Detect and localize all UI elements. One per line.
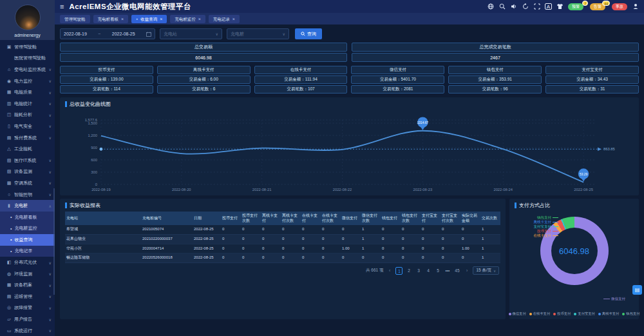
fullscreen-icon[interactable] (533, 3, 540, 10)
sidebar-item-收益查询[interactable]: •收益查询 (0, 234, 55, 246)
avatar[interactable] (15, 5, 41, 30)
tab-管理驾驶舱[interactable]: 管理驾驶舱 (60, 15, 90, 23)
table-row[interactable]: 希望城20210050742022-08-2500000001000001 (65, 225, 500, 234)
sidebar-item-能耗分析[interactable]: ◫能耗分析∨ (0, 110, 55, 121)
donut-center-value: 6046.98 (559, 246, 589, 256)
legend-dot (509, 313, 511, 315)
sidebar-item-用户报告[interactable]: ▱用户报告∨ (0, 313, 55, 325)
page-button-4[interactable]: 4 (424, 267, 431, 275)
sidebar-item-电能质量[interactable]: ▦电能质量∨ (0, 86, 55, 98)
alarm-pill-告警[interactable]: 告警64 (590, 3, 605, 10)
page-button-1[interactable]: 1 (395, 267, 402, 275)
font-size-icon[interactable]: A (545, 3, 552, 10)
bullet-icon: • (10, 249, 12, 253)
sidebar-item-充电记录[interactable]: •充电记录 (0, 246, 55, 257)
table-row[interactable]: 花果山物业202102200000372022-08-2500000001000… (65, 234, 500, 244)
sidebar-item-电力监控[interactable]: ◉电力监控∨ (0, 75, 55, 87)
column-header: 在线卡支付次数 (321, 212, 341, 225)
next-page-button[interactable]: › (463, 267, 470, 275)
user-icon[interactable] (632, 3, 639, 10)
close-icon[interactable]: × (160, 15, 162, 23)
alarm-pill-预警[interactable]: 预警7 (568, 3, 583, 10)
sidebar-item-智能照明[interactable]: ○智能照明∨ (0, 189, 55, 201)
table-row[interactable]: 畅达随车储物202205260000182022-08-250000000000… (65, 253, 500, 263)
table-cell: 0 (440, 225, 460, 234)
chevron-down-icon: ∨ (49, 101, 52, 106)
donut-chart[interactable]: 6046.98 钱包支付离线卡支付支付宝支付投币支付在线卡支付 微信支付 (509, 209, 639, 306)
table-cell: 0 (301, 234, 321, 244)
sidebar-item-设备档案[interactable]: ▦设备档案∨ (0, 279, 55, 291)
chevron-down-icon: ∨ (49, 306, 52, 310)
svg-text:2022-08-20: 2022-08-20 (172, 188, 191, 192)
sound-icon[interactable] (510, 3, 517, 10)
date-range-picker[interactable]: 2022-08-19 ~ 2022-08-25 (60, 28, 155, 39)
sidebar-item-充电桩看板[interactable]: •充电桩看板 (0, 212, 55, 223)
page-button-45[interactable]: 45 (453, 267, 460, 275)
bottom-row: 实际收益报表 充电站充电桩编号日期投币支付投币支付次数离线卡支付离线卡支付次数在… (60, 199, 639, 319)
legend-item-投币支付[interactable]: 投币支付 (553, 311, 571, 316)
sidebar-item-环境监测[interactable]: ◍环境监测∨ (0, 268, 55, 280)
dashboard-icon: ▣ (6, 44, 12, 50)
summary-label: 总交易额 (60, 43, 347, 52)
sidebar-item-运维管理[interactable]: ▤运维管理∨ (0, 291, 55, 302)
legend-item-微信支付[interactable]: 微信支付 (509, 311, 526, 316)
close-icon[interactable]: × (121, 15, 124, 23)
legend-item-支付宝支付[interactable]: 支付宝支付 (574, 311, 594, 316)
floating-widget-button[interactable]: ▤ (632, 285, 642, 295)
tab-充电记录[interactable]: 充电记录× (209, 15, 240, 23)
close-icon[interactable]: × (198, 15, 201, 23)
menu-toggle-icon[interactable]: ≡ (60, 3, 64, 10)
line-chart[interactable]: 03006009001,2001,5001,577.62022-08-19202… (60, 108, 639, 196)
station-select[interactable]: 充电站 ∨ (160, 28, 222, 39)
close-icon[interactable]: × (232, 15, 235, 23)
pile-select[interactable]: 充电桩 ∨ (227, 28, 289, 39)
theme-skin-icon[interactable] (556, 3, 564, 10)
payment-amount: 交易金额：5401.70 (351, 75, 444, 84)
svg-text:900: 900 (91, 146, 97, 150)
tab-收益查询[interactable]: ●收益查询× (131, 15, 167, 23)
table-cell: 2020004714 (141, 244, 193, 253)
page-button-•••[interactable]: ••• (444, 267, 451, 275)
table-cell: 0 (241, 253, 261, 263)
tab-充电桩看板[interactable]: 充电桩看板× (93, 15, 129, 23)
table-cell: 0 (241, 244, 261, 253)
sidebar-item-电能统计[interactable]: ▥电能统计∨ (0, 98, 55, 110)
refresh-icon[interactable] (522, 3, 529, 10)
sidebar-item-电气安全[interactable]: ▯电气安全∨ (0, 121, 55, 132)
table-cell: 2022-08-25 (193, 253, 221, 263)
page-button-2[interactable]: 2 (405, 267, 412, 275)
table-row[interactable]: 华苑小区20200047142022-08-250000001.00100001… (65, 244, 500, 253)
legend-item-离线卡支付[interactable]: 离线卡支付 (598, 311, 619, 316)
hvac-icon: ▩ (6, 181, 12, 186)
tab-充电桩监控[interactable]: 充电桩监控× (170, 15, 205, 23)
svg-text:2022-08-19: 2022-08-19 (91, 188, 111, 192)
sidebar-item-工业能耗[interactable]: △工业能耗 (0, 143, 55, 155)
sidebar-item-预付费系统[interactable]: ▤预付费系统∨ (0, 132, 55, 144)
sidebar-item-设备监测[interactable]: ▨设备监测∨ (0, 166, 55, 178)
page-button-3[interactable]: 3 (415, 267, 422, 275)
sidebar-item-分布式光伏[interactable]: ◧分布式光伏∨ (0, 257, 55, 268)
payment-count: 交易笔数：107 (254, 85, 348, 94)
sidebar-item-医疗IT系统[interactable]: ▧医疗IT系统∨ (0, 155, 55, 166)
sidebar-item-医院管理驾驶舱[interactable]: 医院管理驾驶舱 (0, 53, 55, 64)
page-button-5[interactable]: 5 (434, 267, 441, 275)
svg-text:2022-08-21: 2022-08-21 (252, 188, 272, 192)
per-page-select[interactable]: 15 条/页∨ (473, 266, 499, 275)
table-cell: 1 (361, 244, 381, 253)
legend-item-在线卡支付[interactable]: 在线卡支付 (529, 311, 550, 316)
search-icon[interactable] (498, 3, 506, 10)
legend-item-钱包支付[interactable]: 钱包支付 (622, 311, 639, 316)
table-cell: 1 (480, 225, 500, 234)
prev-page-button[interactable]: ‹ (386, 267, 393, 275)
table-cell: 1 (361, 234, 381, 244)
sidebar-item-充电桩监控[interactable]: •充电桩监控 (0, 223, 55, 235)
sidebar-item-空调系统[interactable]: ▩空调系统∨ (0, 177, 55, 189)
alarm-pill-事故[interactable]: 事故 (612, 3, 627, 10)
sidebar-item-系统运行[interactable]: ▭系统运行∨ (0, 325, 55, 336)
language-globe-icon[interactable] (487, 3, 494, 10)
sidebar-item-管理驾驶舱[interactable]: ▣管理驾驶舱 (0, 41, 55, 53)
sidebar-item-充电桩[interactable]: ▮充电桩∧ (0, 200, 55, 212)
sidebar-item-故障报警[interactable]: ◎故障报警∨ (0, 302, 55, 314)
search-button[interactable]: 查询 (295, 28, 322, 39)
sidebar-item-变电站监控系统[interactable]: ⌂变电站监控系统∨ (0, 64, 55, 75)
